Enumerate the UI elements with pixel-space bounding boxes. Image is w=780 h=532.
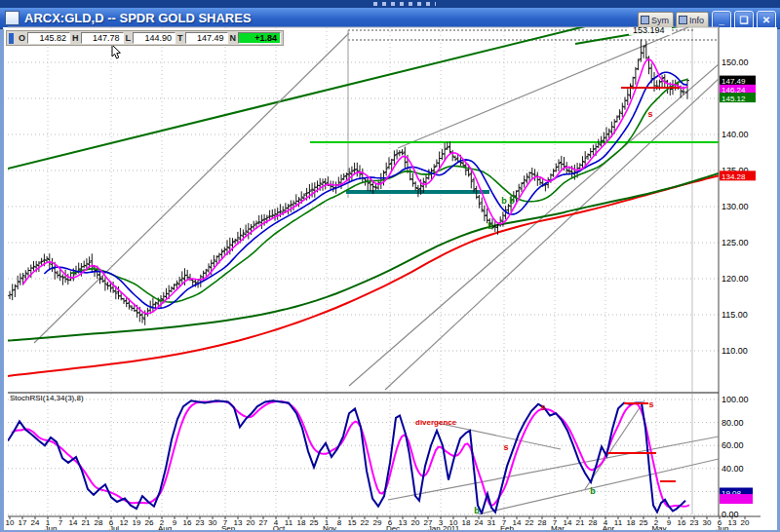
svg-text:24: 24 (475, 518, 484, 527)
svg-text:100.00: 100.00 (722, 395, 749, 404)
svg-text:b: b (509, 196, 515, 206)
svg-text:b: b (474, 506, 480, 515)
svg-text:20: 20 (247, 518, 255, 527)
svg-text:13: 13 (234, 518, 243, 527)
svg-text:40.00: 40.00 (722, 464, 744, 474)
svg-text:19: 19 (133, 518, 141, 527)
svg-text:14: 14 (564, 518, 572, 527)
svg-text:16: 16 (678, 518, 686, 527)
quote-net-value: +1.84 (238, 32, 281, 44)
quote-low-value: 144.90 (133, 32, 176, 44)
svg-text:29: 29 (373, 518, 382, 527)
svg-text:30: 30 (209, 518, 217, 527)
quote-trade-label: T (176, 33, 185, 43)
svg-text:21: 21 (576, 518, 585, 527)
quote-low-label: L (124, 33, 134, 43)
quote-bar: O 145.82 H 147.78 L 144.90 T 147.49 N +1… (6, 30, 284, 46)
svg-text:25: 25 (640, 518, 648, 527)
svg-text:StochRSI(14,34(3),8): StochRSI(14,34(3),8) (10, 394, 84, 402)
svg-text:140.00: 140.00 (722, 130, 749, 139)
svg-text:28: 28 (95, 518, 103, 527)
svg-text:120.00: 120.00 (722, 274, 749, 284)
svg-text:s: s (647, 109, 652, 119)
svg-text:26: 26 (145, 518, 154, 527)
svg-text:10: 10 (449, 518, 458, 527)
svg-text:s: s (503, 442, 508, 452)
svg-text:125.00: 125.00 (722, 238, 749, 247)
quote-open-value: 145.82 (27, 32, 70, 44)
svg-text:18: 18 (462, 518, 471, 527)
svg-text:13: 13 (399, 518, 408, 527)
svg-text:14: 14 (513, 518, 522, 527)
svg-text:147.49: 147.49 (722, 77, 746, 86)
window-border-left (0, 29, 4, 532)
svg-text:18: 18 (627, 518, 636, 527)
svg-text:145.12: 145.12 (722, 95, 746, 103)
svg-text:17: 17 (19, 518, 27, 527)
svg-text:115.00: 115.00 (722, 310, 748, 320)
svg-text:24: 24 (31, 518, 40, 527)
svg-text:27: 27 (259, 518, 268, 527)
svg-text:28: 28 (538, 518, 547, 527)
svg-text:30: 30 (703, 518, 712, 527)
quote-high-label: H (70, 33, 81, 43)
svg-text:150.00: 150.00 (722, 57, 749, 67)
svg-text:23: 23 (196, 518, 205, 527)
svg-text:130.00: 130.00 (722, 202, 749, 211)
svg-text:15: 15 (348, 518, 357, 527)
svg-text:28: 28 (589, 518, 598, 527)
svg-text:20: 20 (741, 518, 750, 527)
svg-text:31: 31 (488, 518, 496, 527)
svg-text:14: 14 (69, 518, 78, 527)
svg-text:110.00: 110.00 (722, 346, 748, 356)
svg-text:60.00: 60.00 (722, 440, 744, 450)
svg-text:b: b (501, 196, 507, 206)
svg-text:22: 22 (526, 518, 534, 527)
svg-text:22: 22 (361, 518, 370, 527)
svg-text:8: 8 (337, 518, 342, 527)
quote-net-label: N (228, 33, 239, 43)
svg-text:80.00: 80.00 (722, 418, 744, 428)
svg-text:134.28: 134.28 (722, 172, 746, 181)
svg-text:7: 7 (58, 518, 63, 527)
quote-open-label: O (17, 33, 27, 43)
svg-text:11: 11 (285, 518, 293, 527)
svg-text:divergence: divergence (415, 418, 457, 427)
svg-text:s: s (540, 402, 545, 412)
svg-text:10: 10 (6, 518, 15, 527)
svg-text:13: 13 (728, 518, 737, 527)
svg-text:b: b (488, 221, 493, 231)
svg-text:12: 12 (120, 518, 129, 527)
svg-text:9: 9 (173, 518, 177, 527)
svg-text:25: 25 (310, 518, 319, 527)
quote-trade-value: 147.49 (185, 32, 228, 44)
svg-text:s: s (648, 399, 653, 409)
svg-text:11: 11 (614, 518, 623, 527)
quote-bar-handle[interactable] (9, 33, 14, 44)
svg-text:9: 9 (667, 518, 672, 527)
svg-text:23: 23 (690, 518, 699, 527)
chart-canvas[interactable]: bbbs153.194150.00145.00140.00135.00130.0… (0, 0, 780, 532)
quote-high-value: 147.78 (81, 32, 124, 44)
svg-text:b: b (590, 486, 596, 496)
svg-text:20: 20 (411, 518, 420, 527)
svg-text:21: 21 (82, 518, 91, 527)
svg-text:18: 18 (297, 518, 306, 527)
svg-text:16: 16 (183, 518, 192, 527)
